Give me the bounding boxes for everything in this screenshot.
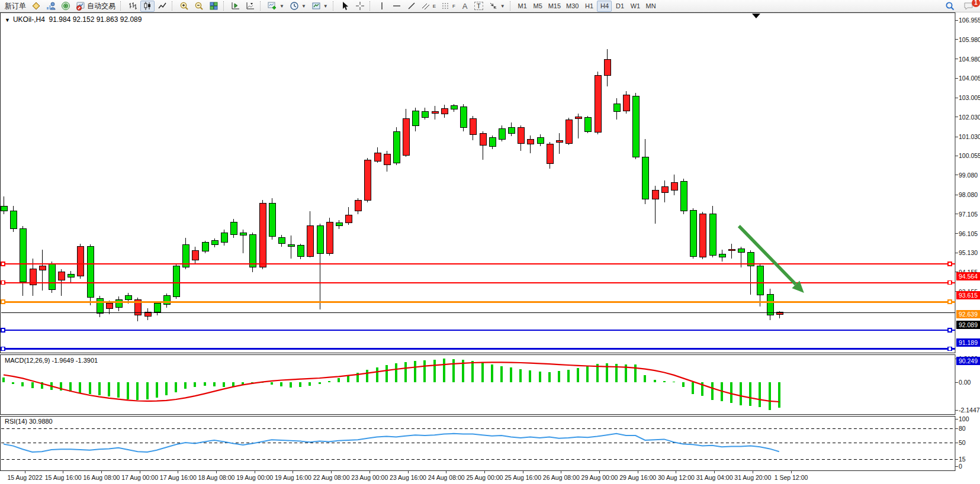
timeframe-m5[interactable]: M5 <box>531 1 545 12</box>
trendline-button[interactable] <box>404 1 419 12</box>
crosshair-icon <box>355 1 365 11</box>
tile-windows-icon <box>209 1 219 11</box>
cursor-button[interactable] <box>338 1 352 12</box>
symbol-and-period: UKOil-,H4 <box>13 15 45 24</box>
channel-glyph: E <box>433 4 436 9</box>
timeframe-h1[interactable]: H1 <box>581 1 596 12</box>
level-price-badge: 90.249 <box>956 357 980 365</box>
price-axis-tick-label: 100.055 <box>959 152 980 159</box>
toolbar-separator <box>260 1 262 11</box>
profile-icon <box>46 1 56 11</box>
timeframe-m1[interactable]: M1 <box>515 1 530 12</box>
price-axis-tick-label: 104.005 <box>959 75 980 82</box>
toolbar-separator <box>333 1 335 11</box>
terminal-window: 新订单 自动交易 ▼ ▼ ▼ E F A T ▼ M <box>0 0 980 484</box>
text-label-button[interactable]: T <box>472 1 486 12</box>
chart-window[interactable]: ▼UKOil-,H4 91.984 92.152 91.863 92.089 M… <box>0 12 980 484</box>
price-axis-tick-label: 98.080 <box>959 191 978 198</box>
fibonacci-icon <box>441 2 451 10</box>
line-chart-button[interactable] <box>155 1 169 12</box>
timeframe-w1[interactable]: W1 <box>628 1 642 12</box>
price-axis-tick-label: 102.030 <box>959 114 980 121</box>
quotes-button[interactable] <box>29 1 43 12</box>
cursor-icon <box>340 1 350 11</box>
equidistant-channel-icon <box>422 2 431 10</box>
autotrading-label: 自动交易 <box>87 1 115 11</box>
bar-chart-button[interactable] <box>126 1 140 12</box>
rsi-axis-tick-label: 0 <box>959 463 962 470</box>
chart-canvas[interactable] <box>0 12 980 484</box>
periods-button[interactable]: ▼ <box>287 1 309 12</box>
ohlc-values: 91.984 92.152 91.863 92.089 <box>49 15 142 24</box>
price-axis-tick-label: 99.080 <box>959 172 978 179</box>
zoom-in-icon <box>179 1 189 11</box>
bar-chart-icon <box>128 1 137 11</box>
fibonacci-button[interactable]: F <box>439 1 458 12</box>
timeframe-h4[interactable]: H4 <box>597 1 612 12</box>
text-label-icon: T <box>474 2 483 10</box>
periods-icon <box>290 1 299 11</box>
rsi-indicator-label: RSI(14) 30.9880 <box>5 418 53 425</box>
toolbar-separator <box>120 1 123 11</box>
price-axis-tick-label: 105.980 <box>959 36 980 43</box>
price-axis-tick-label: 95.130 <box>959 249 978 256</box>
trendline-icon <box>407 1 416 11</box>
add-indicator-icon <box>268 1 277 11</box>
add-indicator-button[interactable]: ▼ <box>265 1 287 12</box>
line-handle <box>1 328 5 332</box>
rsi-axis-tick-label: 100 <box>959 415 969 422</box>
line-handle <box>948 281 952 285</box>
toolbar-separator <box>510 1 512 11</box>
line-handle <box>1 300 5 304</box>
timeframe-d1[interactable]: D1 <box>612 1 627 12</box>
zoom-out-button[interactable] <box>192 1 206 12</box>
candlestick-chart-icon <box>143 1 152 11</box>
toolbar: 新订单 自动交易 ▼ ▼ ▼ E F A T ▼ M <box>0 0 980 12</box>
level-price-badge: 93.615 <box>956 291 980 299</box>
toolbar-separator <box>223 1 226 11</box>
profile-button[interactable] <box>44 1 58 12</box>
tile-windows-button[interactable] <box>207 1 221 12</box>
level-price-badge: 91.189 <box>956 338 980 347</box>
arrows-icon <box>489 1 498 11</box>
zoom-in-button[interactable] <box>177 1 191 12</box>
line-handle <box>1 281 5 285</box>
text-button[interactable]: A <box>458 1 471 12</box>
horizontal-line-button[interactable] <box>390 1 404 12</box>
arrows-button[interactable]: ▼ <box>486 1 507 12</box>
macd-axis-tick-label: 0.00 <box>959 379 971 386</box>
vertical-line-button[interactable] <box>375 1 389 12</box>
template-icon <box>311 1 321 11</box>
timeframe-mn[interactable]: MN <box>643 1 658 12</box>
auto-scroll-button[interactable] <box>229 1 243 12</box>
template-button[interactable]: ▼ <box>309 1 330 12</box>
notification-count-badge: 1 <box>972 0 980 7</box>
timeframe-m30[interactable]: M30 <box>564 1 581 12</box>
timeframe-m15[interactable]: M15 <box>546 1 563 12</box>
signals-icon <box>61 1 70 11</box>
line-chart-icon <box>158 1 167 11</box>
panel-frames <box>1 13 956 471</box>
notifications-button[interactable]: 1 <box>961 1 976 12</box>
rsi-axis-tick-label: 50 <box>959 439 966 446</box>
price-axis-tick-label: 103.005 <box>959 94 980 101</box>
line-handle <box>948 262 952 266</box>
quotes-icon <box>31 1 41 11</box>
line-handle <box>1 347 5 350</box>
candlestick-chart-button[interactable] <box>140 1 155 12</box>
crosshair-button[interactable] <box>353 1 367 12</box>
toolbar-separator <box>369 1 372 11</box>
horizontal-line-icon <box>392 1 401 11</box>
equidistant-channel-button[interactable]: E <box>419 1 438 12</box>
chart-shift-button[interactable] <box>243 1 258 12</box>
price-axis-tick-label: 97.105 <box>959 211 978 218</box>
new-order-button[interactable]: 新订单 <box>2 1 28 12</box>
autotrading-button[interactable]: 自动交易 <box>73 1 118 12</box>
zoom-out-icon <box>194 1 204 11</box>
signals-button[interactable] <box>59 1 73 12</box>
search-button[interactable] <box>943 1 957 12</box>
symbol-dropdown-icon[interactable]: ▼ <box>5 17 10 23</box>
search-icon <box>945 1 955 11</box>
fibo-glyph: F <box>452 4 455 9</box>
chevron-down-icon: ▼ <box>301 4 306 9</box>
